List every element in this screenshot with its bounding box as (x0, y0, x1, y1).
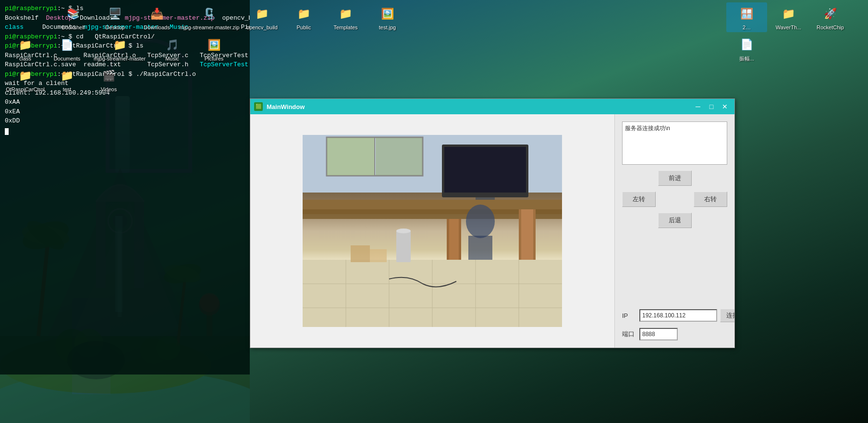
class-label: class (19, 56, 31, 61)
mjpg-zip-icon: 🗜️ (200, 4, 219, 24)
desktop-icon-music[interactable]: 🎵 Music (152, 34, 193, 63)
templates-icon: 📁 (336, 4, 355, 24)
camera-scene (303, 135, 562, 327)
desktop-label: Desktop (105, 24, 124, 30)
qt-main-window: 🟩 MainWindow ─ □ ✕ (250, 98, 735, 348)
desktop-icon-opencv[interactable]: 📁 opencv_build (242, 2, 282, 32)
vibration-icon: 📄 (737, 35, 757, 54)
desktop-icon-templates[interactable]: 📁 Templates (325, 2, 366, 32)
bookshelf-label: Bookshelf (61, 24, 85, 30)
desktop-icon-qtraspi[interactable]: 📁 QtRaspiCarCtrol (5, 64, 46, 94)
waverth-label: WaverTh... (776, 24, 801, 30)
qt-window-title: MainWindow (267, 103, 692, 110)
forward-button[interactable]: 前进 (658, 170, 692, 186)
rocketchip-label: RocketChip (817, 24, 844, 30)
desktop-icon-test[interactable]: 📁 test (47, 64, 87, 94)
qt-content: 服务器连接成功\n 前进 左转 右转 后退 IP (250, 114, 734, 348)
opencv-label: opencv_build (246, 24, 278, 30)
desktop-icon-desktop[interactable]: 🖥️ Desktop (95, 2, 135, 32)
test-jpg-icon: 🖼️ (378, 4, 397, 24)
forward-btn-row: 前进 (622, 170, 727, 186)
desktop-icon-videos[interactable]: 🎬 Videos (88, 64, 129, 94)
templates-label: Templates (333, 24, 357, 30)
back-btn-row: 后退 (622, 213, 727, 228)
port-row: 端口 (622, 328, 727, 340)
svg-rect-56 (370, 249, 387, 262)
svg-rect-31 (327, 138, 374, 175)
connect-button[interactable]: 连接 (720, 309, 734, 322)
desktop-icon-pictures[interactable]: 🖼️ Pictures (194, 34, 234, 63)
camera-area (250, 114, 614, 348)
test-label: test (63, 86, 72, 92)
right-button[interactable]: 右转 (694, 192, 727, 207)
desktop-icon-documents[interactable]: 📄 Documents (47, 34, 87, 63)
public-icon: 📁 (294, 4, 314, 24)
port-label: 端口 (622, 330, 636, 338)
desktop-icon-waverth[interactable]: 📁 WaverTh... (768, 2, 809, 32)
desktop-icon-vibration[interactable]: 📄 振幅... (726, 33, 767, 64)
camera-svg (303, 135, 562, 327)
waverth-icon: 📁 (779, 4, 798, 24)
prev-label: 2… (743, 24, 751, 30)
close-button[interactable]: ✕ (719, 102, 731, 111)
mjpg-zip-label: mjpg-streamer-master.zip (180, 24, 240, 30)
desktop-icon-class[interactable]: 📁 class (5, 34, 46, 63)
desktop-icon-mjpg-dir[interactable]: 📁 mjpg-streamer-master (88, 34, 151, 63)
log-textarea[interactable]: 服务器连接成功\n (622, 121, 727, 165)
desktop-icon-test-jpg[interactable]: 🖼️ test.jpg (367, 2, 408, 32)
pictures-label: Pictures (205, 56, 224, 61)
right-desktop-icons: 🪟 2… 📁 WaverTh... 🚀 RocketChip 📄 振幅... (724, 0, 868, 67)
test-jpg-label: test.jpg (379, 24, 396, 30)
desktop-icon-prev[interactable]: 🪟 2… (726, 2, 767, 32)
desktop-icons-top: 📚 Bookshelf 🖥️ Desktop 📥 Downloads 🗜️ mj… (53, 2, 629, 32)
qt-window-controls: ─ □ ✕ (692, 102, 731, 111)
svg-rect-54 (468, 236, 492, 260)
lr-btn-row: 左转 右转 (622, 192, 727, 207)
camera-frame (303, 135, 562, 327)
videos-label: Videos (101, 86, 117, 92)
qt-titlebar: 🟩 MainWindow ─ □ ✕ (250, 99, 734, 114)
minimize-button[interactable]: ─ (692, 102, 704, 111)
bookshelf-icon: 📚 (64, 4, 83, 24)
desktop-icon-public[interactable]: 📁 Public (283, 2, 324, 32)
svg-point-52 (396, 229, 411, 233)
downloads-label: Downloads (144, 24, 170, 30)
documents-icon: 📄 (58, 36, 77, 55)
desktop-icon-downloads[interactable]: 📥 Downloads (136, 2, 177, 32)
pictures-icon: 🖼️ (205, 36, 224, 55)
music-label: Music (165, 56, 179, 61)
rocketchip-icon: 🚀 (821, 4, 840, 24)
desktop-icon-bookshelf[interactable]: 📚 Bookshelf (53, 2, 94, 32)
qtraspi-label: QtRaspiCarCtrol (6, 86, 45, 92)
left-button[interactable]: 左转 (622, 192, 656, 207)
qt-app-icon: 🟩 (254, 102, 263, 111)
spacer (622, 234, 727, 303)
test-icon: 📁 (58, 66, 77, 85)
mjpg-dir-label: mjpg-streamer-master (94, 56, 146, 61)
desktop-icon-rocketchip[interactable]: 🚀 RocketChip (810, 2, 851, 32)
svg-rect-32 (376, 138, 422, 175)
downloads-icon: 📥 (147, 4, 167, 24)
svg-rect-34 (444, 147, 526, 193)
desktop-icon-mjpg-zip[interactable]: 🗜️ mjpg-streamer-master.zip (178, 2, 241, 32)
back-button[interactable]: 后退 (658, 213, 692, 228)
prev-icon: 🪟 (737, 4, 757, 24)
ip-input[interactable] (639, 309, 717, 322)
music-icon: 🎵 (163, 36, 182, 55)
public-label: Public (297, 24, 311, 30)
qtraspi-icon: 📁 (16, 66, 35, 85)
svg-rect-51 (396, 231, 411, 262)
ip-label: IP (622, 312, 636, 319)
svg-point-53 (466, 205, 495, 238)
ip-row: IP 连接 (622, 309, 727, 322)
maximize-button[interactable]: □ (706, 102, 717, 111)
vibration-label: 振幅... (739, 55, 754, 62)
svg-rect-55 (351, 245, 370, 262)
desktop-icon-img: 🖥️ (106, 4, 125, 24)
port-input[interactable] (639, 328, 678, 340)
desktop-background: pi@raspberrypi:~ $ ls Bookshelf Desktop … (0, 0, 868, 423)
desktop-icons-bottom: 📁 class 📄 Documents 📁 mjpg-streamer-mast… (5, 34, 245, 94)
documents-label: Documents (54, 56, 81, 61)
class-icon: 📁 (16, 36, 35, 55)
opencv-icon: 📁 (253, 4, 272, 24)
